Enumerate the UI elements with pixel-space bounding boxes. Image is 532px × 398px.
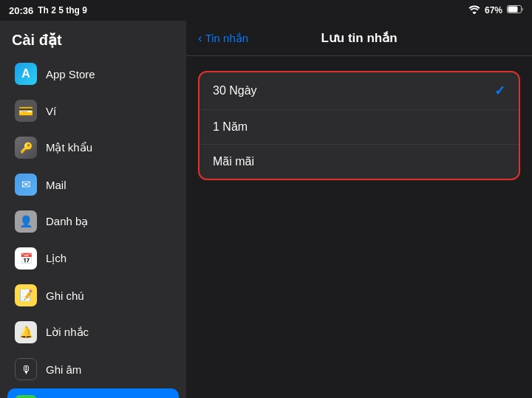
sidebar-label-calendar: Lịch xyxy=(46,252,66,265)
sidebar-item-contacts[interactable]: 👤 Danh bạ xyxy=(7,204,179,239)
sidebar-label-reminders: Lời nhắc xyxy=(46,326,89,339)
appstore-icon: A xyxy=(15,63,37,85)
back-button[interactable]: ‹ Tin nhắn xyxy=(198,31,248,46)
svg-rect-1 xyxy=(508,7,518,13)
chevron-left-icon: ‹ xyxy=(198,31,202,46)
sidebar-item-voicememo[interactable]: 🎙 Ghi âm xyxy=(7,351,179,387)
status-time: 20:36 xyxy=(9,5,33,16)
notes-icon: 📝 xyxy=(15,284,37,306)
checkmark-30days: ✓ xyxy=(494,83,505,99)
sidebar-label-notes: Ghi chú xyxy=(46,289,84,302)
sidebar-items: A App Store 💳 Ví 🔑 Mật khẩu ✉ Mail 👤 xyxy=(0,56,186,398)
option-30days-label: 30 Ngày xyxy=(213,84,257,97)
messages-icon: 💬 xyxy=(15,395,37,398)
status-bar-right: 67% xyxy=(468,5,523,16)
content-header: ‹ Tin nhắn Lưu tin nhắn xyxy=(186,21,532,56)
sidebar-title: Cài đặt xyxy=(0,21,186,56)
sidebar-label-password: Mật khẩu xyxy=(46,141,92,154)
sidebar-label-contacts: Danh bạ xyxy=(46,215,88,228)
option-30days[interactable]: 30 Ngày ✓ xyxy=(200,72,519,110)
wallet-icon: 💳 xyxy=(15,100,37,122)
sidebar-item-calendar[interactable]: 📅 Lịch xyxy=(7,241,179,276)
sidebar-item-notes[interactable]: 📝 Ghi chú xyxy=(7,278,179,313)
status-date: Th 2 5 thg 9 xyxy=(38,5,87,16)
status-bar: 20:36 Th 2 5 thg 9 67% xyxy=(0,0,532,21)
password-icon: 🔑 xyxy=(15,137,37,159)
reminders-icon: 🔔 xyxy=(15,321,37,343)
content-title: Lưu tin nhắn xyxy=(321,30,397,46)
main-layout: Cài đặt A App Store 💳 Ví 🔑 Mật khẩu ✉ Ma… xyxy=(0,21,532,398)
content-area: ‹ Tin nhắn Lưu tin nhắn 30 Ngày ✓ 1 Năm xyxy=(186,21,532,398)
sidebar-item-wallet[interactable]: 💳 Ví xyxy=(7,93,179,128)
option-forever-label: Mãi mãi xyxy=(213,155,254,168)
battery-icon xyxy=(507,5,523,16)
option-1year-label: 1 Năm xyxy=(213,120,248,134)
sidebar-label-voicememo: Ghi âm xyxy=(46,363,81,376)
sidebar-label-appstore: App Store xyxy=(46,68,95,80)
status-bar-left: 20:36 Th 2 5 thg 9 xyxy=(9,5,87,16)
sidebar-item-mail[interactable]: ✉ Mail xyxy=(7,167,179,202)
calendar-icon: 📅 xyxy=(15,247,37,270)
sidebar-item-password[interactable]: 🔑 Mật khẩu xyxy=(7,130,179,165)
option-forever[interactable]: Mãi mãi xyxy=(200,145,519,179)
wifi-icon xyxy=(468,5,480,16)
sidebar-label-mail: Mail xyxy=(46,179,66,191)
sidebar: Cài đặt A App Store 💳 Ví 🔑 Mật khẩu ✉ Ma… xyxy=(0,21,186,398)
mail-icon: ✉ xyxy=(15,174,37,196)
sidebar-item-appstore[interactable]: A App Store xyxy=(7,56,179,92)
back-label: Tin nhắn xyxy=(205,32,248,45)
sidebar-item-reminders[interactable]: 🔔 Lời nhắc xyxy=(7,315,179,350)
content-body: 30 Ngày ✓ 1 Năm Mãi mãi xyxy=(186,56,532,398)
voicememo-icon: 🎙 xyxy=(15,358,37,380)
battery-status: 67% xyxy=(485,5,502,16)
sidebar-item-messages[interactable]: 💬 Tin nhắn xyxy=(7,388,179,398)
option-1year[interactable]: 1 Năm xyxy=(200,110,519,145)
message-retention-options: 30 Ngày ✓ 1 Năm Mãi mãi xyxy=(198,71,520,180)
sidebar-label-wallet: Ví xyxy=(46,105,56,117)
contacts-icon: 👤 xyxy=(15,210,37,233)
